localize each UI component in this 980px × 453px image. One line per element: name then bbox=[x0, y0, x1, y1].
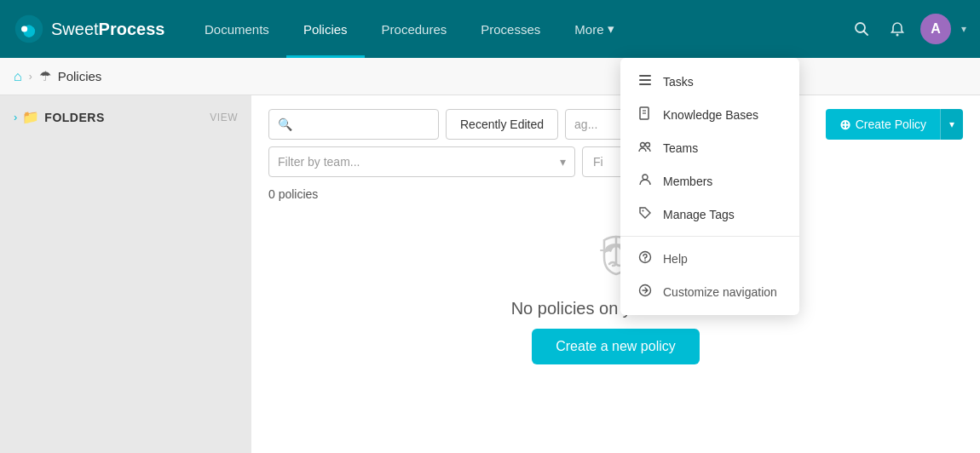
home-icon[interactable]: ⌂ bbox=[14, 69, 22, 84]
create-policy-dropdown-btn[interactable]: ▾ bbox=[940, 109, 963, 140]
create-policy-main-btn[interactable]: ⊕ Create Policy bbox=[826, 109, 940, 140]
header-right: A ▾ bbox=[849, 14, 966, 44]
create-policy-header-button[interactable]: ⊕ Create Policy ▾ bbox=[826, 109, 963, 140]
svg-point-17 bbox=[644, 260, 646, 261]
svg-rect-7 bbox=[639, 79, 651, 81]
nav-policies[interactable]: Policies bbox=[286, 0, 365, 58]
folders-toggle[interactable]: › 📁 FOLDERS bbox=[14, 109, 105, 125]
main-nav: Documents Policies Procedures Processes … bbox=[187, 0, 849, 58]
logo-icon bbox=[14, 14, 44, 44]
search-box[interactable]: 🔍 bbox=[268, 109, 439, 140]
svg-point-14 bbox=[643, 175, 648, 180]
dropdown-teams[interactable]: Teams bbox=[620, 131, 799, 164]
team-filter[interactable]: Filter by team... ▾ bbox=[268, 146, 575, 177]
svg-rect-8 bbox=[639, 83, 651, 85]
search-input[interactable] bbox=[297, 118, 429, 131]
avatar[interactable]: A bbox=[920, 14, 951, 44]
svg-point-15 bbox=[643, 210, 644, 212]
sidebar: › 📁 FOLDERS VIEW bbox=[0, 95, 251, 453]
svg-point-4 bbox=[896, 34, 899, 37]
chevron-down-icon: ▾ bbox=[560, 155, 566, 169]
search-icon: 🔍 bbox=[278, 118, 292, 131]
avatar-chevron-icon[interactable]: ▾ bbox=[961, 23, 966, 35]
folders-label: FOLDERS bbox=[44, 111, 104, 124]
folder-icon: 📁 bbox=[22, 109, 39, 125]
breadcrumb-separator: › bbox=[29, 71, 32, 83]
svg-point-1 bbox=[21, 26, 27, 32]
nav-documents[interactable]: Documents bbox=[187, 0, 286, 58]
dropdown-knowledge-bases[interactable]: Knowledge Bases bbox=[620, 98, 799, 131]
brand-name: SweetProcess bbox=[51, 20, 164, 39]
more-dropdown-menu: Tasks Knowledge Bases Teams Members Mana… bbox=[620, 58, 799, 315]
dropdown-members[interactable]: Members bbox=[620, 164, 799, 198]
nav-icon bbox=[637, 284, 653, 300]
chevron-down-icon: ▾ bbox=[949, 118, 954, 130]
chevron-down-icon: ▾ bbox=[608, 21, 614, 37]
breadcrumb-page-title: Policies bbox=[58, 69, 102, 83]
chevron-right-icon: › bbox=[14, 111, 17, 123]
dropdown-tasks[interactable]: Tasks bbox=[620, 65, 799, 98]
book-icon bbox=[637, 106, 653, 123]
svg-point-13 bbox=[646, 143, 650, 147]
svg-rect-6 bbox=[639, 75, 651, 77]
teams-icon bbox=[637, 140, 653, 156]
plus-icon: ⊕ bbox=[839, 117, 850, 133]
nav-procedures[interactable]: Procedures bbox=[365, 0, 464, 58]
tag-icon bbox=[637, 206, 653, 222]
filters-row-2: Filter by team... ▾ Fi ▾ bbox=[268, 146, 963, 177]
dropdown-customize-nav[interactable]: Customize navigation bbox=[620, 275, 799, 308]
recently-edited-button[interactable]: Recently Edited bbox=[446, 109, 558, 140]
help-icon bbox=[637, 250, 653, 267]
main-layout: › 📁 FOLDERS VIEW ⊕ Create Policy ▾ 🔍 R bbox=[0, 95, 980, 453]
dropdown-help[interactable]: Help bbox=[620, 242, 799, 275]
member-icon bbox=[637, 173, 653, 189]
folders-row: › 📁 FOLDERS VIEW bbox=[14, 109, 238, 125]
empty-state: No policies on your account Create a new… bbox=[268, 215, 963, 381]
svg-line-3 bbox=[864, 32, 868, 36]
policies-count: 0 policies bbox=[268, 187, 963, 201]
search-button[interactable] bbox=[849, 16, 874, 42]
breadcrumb: ⌂ › ☂ Policies bbox=[0, 58, 980, 95]
dropdown-divider bbox=[620, 236, 799, 237]
svg-point-12 bbox=[641, 143, 645, 147]
nav-processes[interactable]: Processes bbox=[464, 0, 557, 58]
policies-icon: ☂ bbox=[39, 68, 51, 84]
list-icon bbox=[637, 73, 653, 89]
logo-area: SweetProcess bbox=[14, 14, 167, 44]
notifications-button[interactable] bbox=[885, 16, 910, 42]
create-new-policy-button[interactable]: Create a new policy bbox=[532, 329, 700, 364]
nav-more[interactable]: More ▾ bbox=[557, 0, 631, 58]
view-label: VIEW bbox=[210, 112, 238, 123]
content-area: ⊕ Create Policy ▾ 🔍 Recently Edited ag..… bbox=[251, 95, 980, 453]
dropdown-manage-tags[interactable]: Manage Tags bbox=[620, 198, 799, 231]
header: SweetProcess Documents Policies Procedur… bbox=[0, 0, 980, 58]
